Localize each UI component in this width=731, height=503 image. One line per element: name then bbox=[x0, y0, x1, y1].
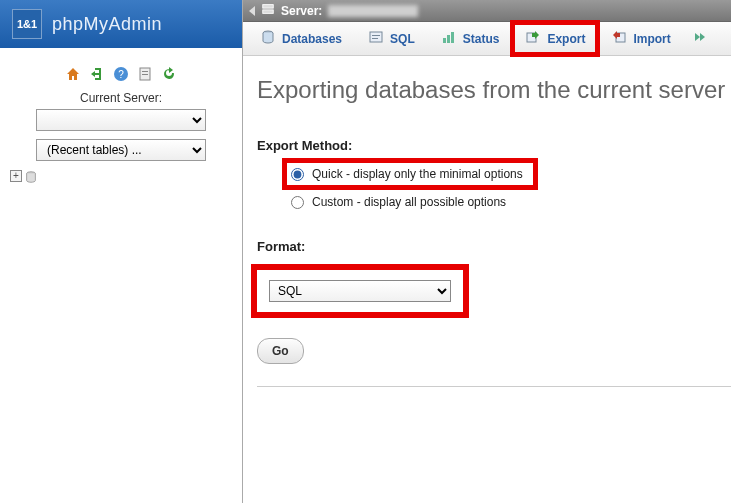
breadcrumb-arrow-icon bbox=[249, 6, 255, 16]
svg-rect-13 bbox=[447, 35, 450, 43]
breadcrumb-server-name bbox=[328, 5, 418, 17]
current-server-label: Current Server: bbox=[0, 91, 242, 105]
breadcrumb-server-label: Server: bbox=[281, 4, 322, 18]
svg-rect-12 bbox=[443, 38, 446, 43]
tab-import[interactable]: Import bbox=[598, 22, 683, 55]
content: Exporting databases from the current ser… bbox=[243, 56, 731, 387]
tab-label: Status bbox=[463, 32, 500, 46]
svg-rect-9 bbox=[370, 32, 382, 42]
import-icon bbox=[611, 29, 627, 48]
reload-icon[interactable] bbox=[161, 66, 177, 85]
tab-label: SQL bbox=[390, 32, 415, 46]
brand-product-name: phpMyAdmin bbox=[52, 14, 162, 35]
brand-logo: 1&1 bbox=[12, 9, 42, 39]
sidebar-icon-row: ? bbox=[0, 66, 242, 85]
home-icon[interactable] bbox=[65, 66, 81, 85]
format-block: Format: SQL bbox=[257, 239, 731, 312]
sql-icon bbox=[368, 29, 384, 48]
format-select[interactable]: SQL bbox=[269, 280, 451, 302]
export-method-options: Quick - display only the minimal options… bbox=[287, 163, 731, 213]
go-button[interactable]: Go bbox=[257, 338, 304, 364]
tab-databases[interactable]: Databases bbox=[247, 22, 355, 55]
tab-more[interactable] bbox=[684, 22, 714, 55]
more-icon bbox=[691, 29, 707, 48]
breadcrumb: Server: bbox=[243, 0, 731, 22]
tab-sql[interactable]: SQL bbox=[355, 22, 428, 55]
svg-rect-10 bbox=[372, 35, 380, 36]
sidebar: 1&1 phpMyAdmin ? Current Server: (Recent… bbox=[0, 0, 243, 503]
page-title: Exporting databases from the current ser… bbox=[257, 76, 731, 104]
tab-bar: Databases SQL Status Export Import bbox=[243, 22, 731, 56]
help-icon[interactable]: ? bbox=[113, 66, 129, 85]
radio-label: Custom - display all possible options bbox=[312, 195, 506, 209]
svg-rect-6 bbox=[263, 5, 274, 9]
database-icon bbox=[24, 169, 38, 184]
radio-label: Quick - display only the minimal options bbox=[312, 167, 523, 181]
separator bbox=[257, 386, 731, 387]
docs-icon[interactable] bbox=[137, 66, 153, 85]
export-method-label: Export Method: bbox=[257, 138, 731, 153]
server-icon bbox=[261, 2, 275, 19]
brand-bar: 1&1 phpMyAdmin bbox=[0, 0, 242, 48]
export-method-custom[interactable]: Custom - display all possible options bbox=[287, 191, 731, 213]
export-method-custom-radio[interactable] bbox=[291, 196, 304, 209]
svg-rect-4 bbox=[142, 74, 148, 75]
svg-rect-7 bbox=[263, 10, 274, 14]
status-icon bbox=[441, 29, 457, 48]
logout-icon[interactable] bbox=[89, 66, 105, 85]
tab-export[interactable]: Export bbox=[512, 22, 598, 55]
format-select-highlight: SQL bbox=[257, 270, 463, 312]
svg-rect-11 bbox=[372, 38, 378, 39]
tab-status[interactable]: Status bbox=[428, 22, 513, 55]
databases-icon bbox=[260, 29, 276, 48]
export-method-quick-radio[interactable] bbox=[291, 168, 304, 181]
tree-expand-icon[interactable]: + bbox=[10, 170, 22, 182]
svg-text:?: ? bbox=[118, 69, 124, 80]
export-icon bbox=[525, 29, 541, 48]
recent-tables-select[interactable]: (Recent tables) ... bbox=[36, 139, 206, 161]
main-area: Server: Databases SQL Status Export Impo… bbox=[243, 0, 731, 503]
svg-rect-14 bbox=[451, 32, 454, 43]
format-label: Format: bbox=[257, 239, 731, 254]
svg-rect-3 bbox=[142, 71, 148, 72]
export-method-quick[interactable]: Quick - display only the minimal options bbox=[287, 163, 533, 185]
server-select[interactable] bbox=[36, 109, 206, 131]
tab-label: Export bbox=[547, 32, 585, 46]
tab-label: Databases bbox=[282, 32, 342, 46]
db-tree: + bbox=[10, 169, 242, 184]
tab-label: Import bbox=[633, 32, 670, 46]
